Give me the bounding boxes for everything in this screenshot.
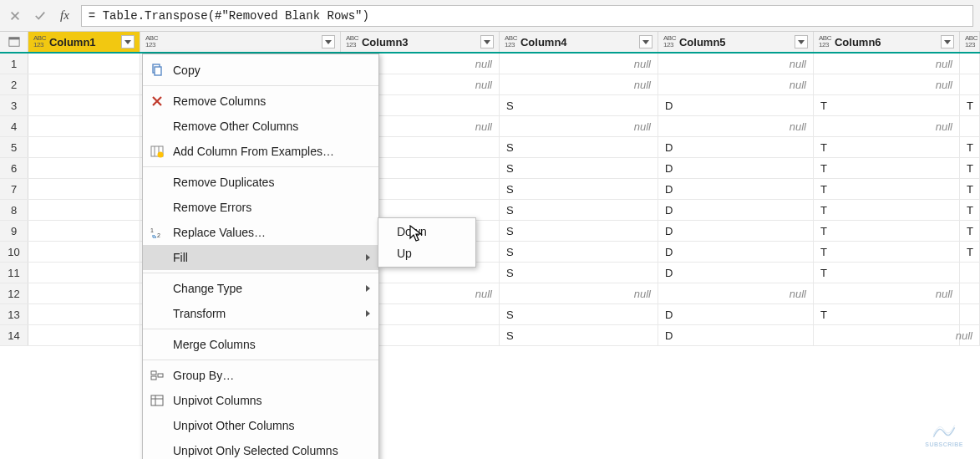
cell[interactable]: S: [500, 304, 658, 324]
cell[interactable]: [960, 74, 980, 94]
cell[interactable]: T: [960, 221, 980, 241]
menu-item-replace-values[interactable]: 12Replace Values…: [143, 220, 378, 245]
column-header-col7[interactable]: ABC123: [960, 32, 980, 52]
cell[interactable]: null: [814, 74, 960, 94]
cell[interactable]: D: [658, 304, 814, 324]
cell[interactable]: null: [814, 116, 960, 136]
cell[interactable]: S: [500, 200, 658, 220]
column-header-Column5[interactable]: ABC123Column5: [658, 32, 814, 52]
cell[interactable]: D: [658, 95, 814, 115]
cell[interactable]: [28, 200, 140, 220]
cell[interactable]: T: [814, 137, 960, 157]
menu-item-fill-down[interactable]: Down: [378, 221, 475, 242]
any-type-icon[interactable]: ABC123: [33, 35, 46, 48]
cell[interactable]: [28, 137, 140, 157]
column-filter-button[interactable]: [795, 35, 808, 48]
menu-item-copy[interactable]: Copy: [143, 58, 378, 83]
column-header-Column4[interactable]: ABC123Column4: [500, 32, 658, 52]
cell[interactable]: S: [500, 158, 658, 178]
cell[interactable]: T: [814, 179, 960, 199]
formula-input[interactable]: = Table.Transpose(#"Removed Blank Rows"): [81, 5, 973, 27]
cell[interactable]: T: [960, 137, 980, 157]
cell[interactable]: T: [960, 95, 980, 115]
row-header[interactable]: 14: [0, 325, 28, 345]
row-header[interactable]: 3: [0, 95, 28, 115]
row-header[interactable]: 6: [0, 158, 28, 178]
cell[interactable]: S: [500, 325, 658, 345]
cell[interactable]: null: [960, 325, 980, 345]
row-header[interactable]: 10: [0, 242, 28, 262]
any-type-icon[interactable]: ABC123: [819, 35, 831, 48]
cell[interactable]: [960, 304, 980, 324]
cell[interactable]: [28, 158, 140, 178]
menu-item-remove-duplicates[interactable]: Remove Duplicates: [143, 170, 378, 195]
menu-item-change-type[interactable]: Change Type: [143, 276, 378, 301]
menu-item-fill-up[interactable]: Up: [378, 242, 475, 264]
menu-item-fill[interactable]: Fill: [143, 245, 378, 270]
cell[interactable]: [28, 263, 140, 283]
cell[interactable]: S: [500, 95, 658, 115]
formula-commit-button[interactable]: [32, 8, 48, 24]
cell[interactable]: null: [500, 116, 658, 136]
menu-item-unpivot-other-columns[interactable]: Unpivot Other Columns: [143, 413, 378, 438]
cell[interactable]: T: [814, 242, 960, 262]
cell[interactable]: D: [658, 158, 814, 178]
cell[interactable]: [28, 325, 140, 345]
menu-item-group-by[interactable]: Group By…: [143, 363, 378, 388]
cell[interactable]: [28, 304, 140, 324]
cell[interactable]: T: [814, 200, 960, 220]
cell[interactable]: [960, 263, 980, 283]
cell[interactable]: [28, 221, 140, 241]
cell[interactable]: null: [658, 283, 814, 303]
menu-item-unpivot-only-selected-columns[interactable]: Unpivot Only Selected Columns: [143, 438, 378, 459]
cell[interactable]: T: [814, 221, 960, 241]
cell[interactable]: null: [500, 54, 658, 74]
formula-cancel-button[interactable]: [7, 8, 23, 24]
cell[interactable]: [28, 242, 140, 262]
cell[interactable]: [960, 54, 980, 74]
cell[interactable]: D: [658, 263, 814, 283]
cell[interactable]: D: [658, 200, 814, 220]
cell[interactable]: S: [500, 242, 658, 262]
menu-item-add-column-from-examples[interactable]: Add Column From Examples…: [143, 139, 378, 164]
cell[interactable]: null: [658, 54, 814, 74]
any-type-icon[interactable]: ABC123: [346, 35, 358, 48]
cell[interactable]: null: [658, 116, 814, 136]
cell[interactable]: [814, 325, 960, 345]
cell[interactable]: null: [500, 283, 658, 303]
cell[interactable]: D: [658, 179, 814, 199]
cell[interactable]: [28, 95, 140, 115]
column-header-Column6[interactable]: ABC123Column6: [814, 32, 960, 52]
column-filter-button[interactable]: [480, 35, 494, 48]
column-filter-button[interactable]: [941, 35, 954, 48]
cell[interactable]: null: [658, 74, 814, 94]
column-header-Column1[interactable]: ABC123Column1: [28, 32, 140, 52]
cell[interactable]: S: [500, 221, 658, 241]
cell[interactable]: T: [814, 263, 960, 283]
row-header[interactable]: 2: [0, 74, 28, 94]
row-header[interactable]: 9: [0, 221, 28, 241]
cell[interactable]: S: [500, 137, 658, 157]
cell[interactable]: [28, 283, 140, 303]
row-header[interactable]: 4: [0, 116, 28, 136]
any-type-icon[interactable]: ABC123: [965, 35, 977, 48]
cell[interactable]: null: [500, 74, 658, 94]
cell[interactable]: null: [814, 283, 960, 303]
cell[interactable]: D: [658, 242, 814, 262]
row-header[interactable]: 1: [0, 54, 28, 74]
cell[interactable]: D: [658, 137, 814, 157]
cell[interactable]: D: [658, 221, 814, 241]
menu-item-remove-other-columns[interactable]: Remove Other Columns: [143, 114, 378, 139]
cell[interactable]: D: [658, 325, 814, 345]
cell[interactable]: S: [500, 179, 658, 199]
column-filter-button[interactable]: [639, 35, 652, 48]
cell[interactable]: [960, 116, 980, 136]
any-type-icon[interactable]: ABC123: [145, 35, 158, 48]
menu-item-transform[interactable]: Transform: [143, 301, 378, 326]
cell[interactable]: [28, 179, 140, 199]
cell[interactable]: [960, 283, 980, 303]
cell[interactable]: T: [960, 200, 980, 220]
menu-item-remove-errors[interactable]: Remove Errors: [143, 195, 378, 220]
cell[interactable]: T: [960, 179, 980, 199]
menu-item-remove-columns[interactable]: Remove Columns: [143, 89, 378, 114]
